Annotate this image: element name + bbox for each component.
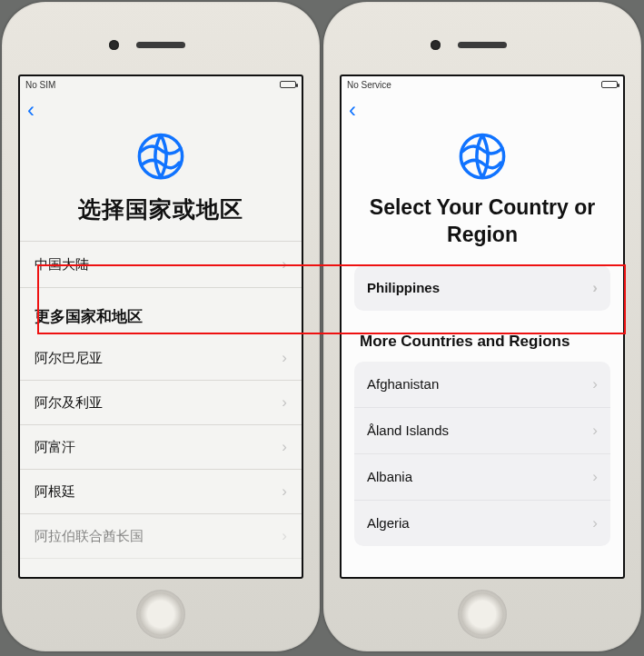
country-row[interactable]: Åland Islands ›	[354, 408, 610, 454]
battery-icon	[601, 81, 618, 88]
page-title: Select Your Country or Region	[342, 194, 623, 265]
country-row[interactable]: Algeria ›	[354, 501, 610, 546]
country-label: 阿富汗	[35, 439, 75, 456]
chevron-right-icon: ›	[592, 375, 598, 393]
suggested-country-card: Philippines ›	[354, 265, 610, 311]
more-countries-header: More Countries and Regions	[342, 311, 623, 362]
chevron-right-icon: ›	[592, 514, 598, 532]
screen-left: No SIM ‹ 选择国家或地区 中国大陆 › 更多国家和地区 阿尔巴尼亚 › …	[18, 75, 303, 579]
suggested-country-row[interactable]: Philippines ›	[354, 265, 610, 311]
front-camera	[109, 40, 119, 50]
country-row[interactable]: 阿拉伯联合酋长国 ›	[20, 514, 302, 559]
front-camera	[431, 40, 441, 50]
chevron-right-icon: ›	[282, 438, 287, 456]
svg-point-0	[139, 134, 182, 177]
phone-right: No Service ‹ Select Your Country or Regi…	[323, 2, 641, 651]
globe-icon	[457, 131, 508, 182]
suggested-country-label: Philippines	[367, 280, 440, 295]
chevron-right-icon: ›	[282, 393, 287, 412]
chevron-right-icon: ›	[282, 527, 287, 545]
page-title: 选择国家或地区	[20, 194, 302, 241]
country-label: Afghanistan	[367, 376, 439, 392]
nav-bar: ‹	[20, 93, 302, 127]
earpiece	[136, 42, 185, 48]
nav-bar: ‹	[342, 93, 623, 127]
country-row[interactable]: Albania ›	[354, 454, 610, 501]
country-label: 阿根廷	[35, 483, 75, 501]
country-row[interactable]: 阿富汗 ›	[20, 425, 302, 470]
back-button[interactable]: ‹	[27, 99, 35, 121]
country-list: 阿尔巴尼亚 › 阿尔及利亚 › 阿富汗 › 阿根廷 › 阿拉伯联合酋长国 ›	[20, 336, 302, 559]
country-label: Åland Islands	[367, 422, 449, 438]
carrier-status: No Service	[347, 80, 391, 90]
country-row[interactable]: 阿尔巴尼亚 ›	[20, 336, 302, 381]
more-countries-header: 更多国家和地区	[20, 288, 302, 336]
carrier-status: No SIM	[25, 80, 55, 90]
chevron-right-icon: ›	[592, 468, 598, 486]
screen-right: No Service ‹ Select Your Country or Regi…	[340, 75, 625, 579]
battery-icon	[280, 81, 296, 88]
svg-point-1	[461, 134, 503, 177]
home-button[interactable]	[136, 590, 185, 639]
country-row[interactable]: 阿尔及利亚 ›	[20, 381, 302, 425]
back-button[interactable]: ‹	[349, 99, 356, 121]
chevron-right-icon: ›	[592, 422, 598, 440]
country-label: 阿尔及利亚	[35, 394, 103, 412]
country-label: 阿拉伯联合酋长国	[35, 528, 144, 545]
country-row[interactable]: Afghanistan ›	[354, 362, 610, 408]
country-list: Afghanistan › Åland Islands › Albania › …	[354, 362, 610, 546]
phone-left: No SIM ‹ 选择国家或地区 中国大陆 › 更多国家和地区 阿尔巴尼亚 › …	[2, 2, 320, 651]
chevron-right-icon: ›	[282, 255, 287, 273]
country-label: Albania	[367, 469, 412, 484]
country-label: Algeria	[367, 515, 410, 531]
globe-icon	[135, 131, 186, 182]
suggested-country-row[interactable]: 中国大陆 ›	[20, 241, 302, 288]
earpiece	[458, 42, 507, 48]
country-row[interactable]: 阿根廷 ›	[20, 470, 302, 514]
suggested-country-label: 中国大陆	[35, 256, 89, 273]
status-bar: No Service	[342, 76, 623, 93]
home-button[interactable]	[458, 590, 507, 639]
country-label: 阿尔巴尼亚	[35, 350, 103, 367]
chevron-right-icon: ›	[282, 482, 287, 501]
chevron-right-icon: ›	[592, 279, 598, 297]
status-bar: No SIM	[20, 76, 302, 93]
chevron-right-icon: ›	[282, 349, 287, 367]
